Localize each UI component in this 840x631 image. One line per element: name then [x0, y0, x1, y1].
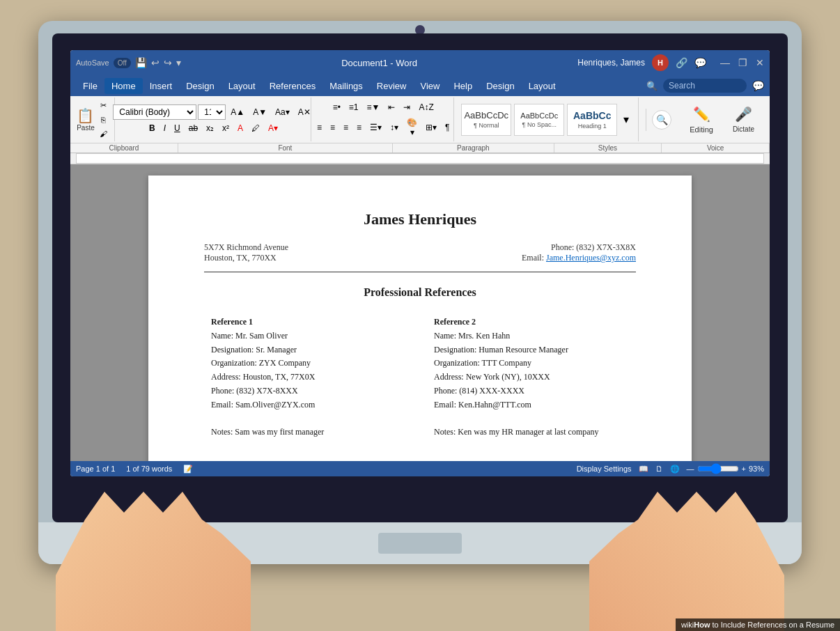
print-layout-icon[interactable]: 🗋	[655, 465, 663, 473]
share-icon[interactable]: 🔗	[676, 57, 687, 68]
line-spacing-button[interactable]: ↕▾	[387, 120, 402, 134]
editing-mode-label[interactable]: Editing	[690, 125, 713, 134]
sort-button[interactable]: A↕Z	[415, 100, 437, 114]
display-settings[interactable]: Display Settings	[577, 465, 632, 473]
zoom-slider[interactable]	[697, 463, 739, 474]
increase-indent-button[interactable]: ⇥	[400, 100, 414, 114]
menu-mailings[interactable]: Mailings	[322, 78, 370, 94]
style-normal[interactable]: AaBbCcDc ¶ Normal	[461, 104, 511, 136]
page-info: Page 1 of 1	[76, 465, 115, 474]
change-case-button[interactable]: Aa▾	[272, 105, 293, 119]
user-name-label: Henriques, James	[577, 58, 645, 68]
ribbon-section-labels: Clipboard Font Paragraph Styles Voice	[70, 143, 770, 153]
redo-icon[interactable]: ↪	[164, 57, 172, 68]
styles-more-button[interactable]: ▾	[620, 100, 632, 139]
menu-insert[interactable]: Insert	[143, 78, 180, 94]
clear-format-button[interactable]: A✕	[295, 105, 314, 119]
menu-review[interactable]: Review	[370, 78, 414, 94]
style-heading1[interactable]: AaBbCc Heading 1	[567, 104, 617, 136]
font-name-selector[interactable]: Calibri (Body)	[113, 104, 196, 120]
title-bar: AutoSave Off 💾 ↩ ↪ ▾ Document1 - Word He…	[70, 50, 770, 75]
column-button[interactable]: ☰▾	[366, 120, 385, 134]
hands-container	[0, 492, 840, 631]
ref2-name: Name: Mrs. Ken Hahn	[434, 329, 629, 343]
ribbon-tools: 📋 Paste ✂ ⎘ 🖌	[70, 96, 770, 143]
ref2-address: Address: New York (NY), 10XXX	[434, 371, 629, 384]
comment-icon[interactable]: 💬	[694, 57, 706, 68]
menu-home[interactable]: Home	[104, 78, 143, 94]
increase-font-button[interactable]: A▲	[227, 105, 248, 119]
menu-layout[interactable]: Layout	[221, 78, 263, 94]
subscript-button[interactable]: x₂	[203, 121, 217, 135]
document-title: Document1 - Word	[181, 58, 577, 68]
word-application: AutoSave Off 💾 ↩ ↪ ▾ Document1 - Word He…	[70, 50, 770, 476]
font-row2: B I U ab x₂ x² A 🖊 A▾	[146, 121, 281, 135]
zoom-out-icon[interactable]: —	[687, 465, 694, 473]
title-bar-right: Henriques, James H 🔗 💬 — ❐ ✕	[577, 54, 764, 71]
address-left: 5X7X Richmond Avenue Houston, TX, 770XX	[204, 242, 288, 263]
customize-icon[interactable]: ▾	[176, 57, 181, 68]
highlight-button[interactable]: 🖊	[248, 121, 263, 135]
menu-help[interactable]: Help	[446, 78, 479, 94]
wiki-suffix: to Include References on a Resume	[710, 621, 834, 629]
menu-design[interactable]: Design	[179, 78, 221, 94]
font-group: Calibri (Body) 11 A▲ A▼ Aa▾ A✕ B	[116, 98, 311, 141]
cut-button[interactable]: ✂	[96, 99, 111, 112]
bold-button[interactable]: B	[146, 121, 159, 135]
close-button[interactable]: ✕	[756, 57, 764, 68]
minimize-button[interactable]: —	[720, 57, 730, 68]
user-avatar[interactable]: H	[652, 54, 669, 71]
dictate-icon[interactable]: 🎤	[735, 106, 752, 123]
format-painter-button[interactable]: 🖌	[96, 127, 111, 140]
paste-icon[interactable]: 📋	[77, 107, 94, 124]
document-area[interactable]: James Henriques 5X7X Richmond Avenue Hou…	[70, 164, 770, 461]
search-input[interactable]	[663, 79, 747, 93]
style-nospace[interactable]: AaBbCcDc ¶ No Spac...	[514, 104, 564, 136]
paste-label: Paste	[77, 124, 95, 132]
menu-design2[interactable]: Design	[479, 78, 521, 94]
copy-button[interactable]: ⎘	[96, 114, 111, 126]
shading-button[interactable]: 🎨▾	[403, 116, 421, 139]
align-right-button[interactable]: ≡	[340, 120, 352, 134]
ref1-designation: Designation: Sr. Manager	[211, 343, 406, 357]
read-mode-icon[interactable]: 📖	[639, 465, 648, 474]
undo-icon[interactable]: ↩	[151, 57, 160, 68]
address-right: Phone: (832) X7X-3X8X Email: Jame.Henriq…	[522, 242, 636, 263]
borders-button[interactable]: ⊞▾	[422, 120, 440, 134]
underline-button[interactable]: U	[171, 121, 184, 135]
numbering-button[interactable]: ≡1	[345, 100, 362, 114]
superscript-button[interactable]: x²	[219, 121, 233, 135]
email-address[interactable]: Jame.Henriques@xyz.com	[546, 253, 636, 263]
web-layout-icon[interactable]: 🌐	[670, 465, 680, 474]
decrease-font-button[interactable]: A▼	[249, 105, 270, 119]
restore-button[interactable]: ❐	[738, 57, 747, 68]
decrease-indent-button[interactable]: ⇤	[384, 100, 398, 114]
clipboard-label: Clipboard	[70, 143, 178, 153]
paste-area: 📋 Paste	[77, 107, 95, 132]
menu-file[interactable]: File	[76, 78, 104, 94]
proofread-icon[interactable]: 📝	[183, 465, 193, 474]
multilevel-button[interactable]: ≡▼	[364, 100, 384, 114]
italic-button[interactable]: I	[160, 121, 169, 135]
zoom-in-icon[interactable]: +	[742, 465, 746, 473]
bullets-button[interactable]: ≡•	[329, 100, 344, 114]
align-center-button[interactable]: ≡	[327, 120, 339, 134]
pilcrow-button[interactable]: ¶	[442, 120, 453, 134]
text-color-button[interactable]: A▾	[265, 121, 281, 135]
search-circle-icon[interactable]: 🔍	[652, 110, 671, 130]
comments-icon[interactable]: 💬	[752, 80, 764, 91]
justify-button[interactable]: ≡	[353, 120, 365, 134]
window-controls: — ❐ ✕	[720, 57, 764, 68]
zoom-level: 93%	[749, 465, 764, 473]
align-left-button[interactable]: ≡	[313, 120, 325, 134]
menu-references[interactable]: References	[263, 78, 322, 94]
save-icon[interactable]: 💾	[135, 57, 147, 68]
autosave-toggle[interactable]: Off	[114, 58, 131, 68]
font-size-selector[interactable]: 11	[198, 104, 226, 120]
strikethrough-button[interactable]: ab	[185, 121, 201, 135]
font-color-button[interactable]: A	[234, 121, 247, 135]
ref2-designation: Designation: Human Resource Manager	[434, 343, 629, 357]
menu-layout2[interactable]: Layout	[522, 78, 563, 94]
ref2-notes: Notes: Ken was my HR manager at last com…	[434, 426, 629, 439]
menu-view[interactable]: View	[413, 78, 446, 94]
